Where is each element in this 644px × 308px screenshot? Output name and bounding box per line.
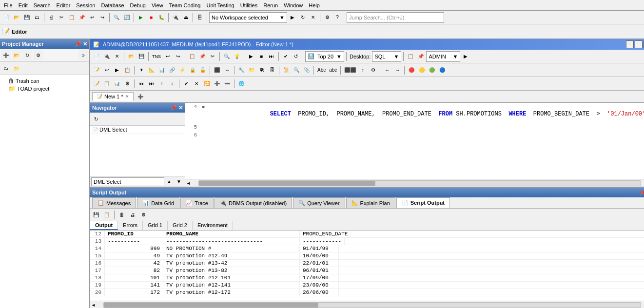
t3-9[interactable]: ✔ xyxy=(181,78,191,89)
stop-button[interactable]: ■ xyxy=(146,12,156,23)
so-save-btn[interactable]: 💾 xyxy=(91,210,101,220)
editor-minimize-button[interactable]: _ xyxy=(626,40,634,48)
find-button[interactable]: 🔍 xyxy=(112,12,121,23)
t2-17[interactable]: 📜 xyxy=(281,65,291,76)
t3-6[interactable]: ⏭ xyxy=(147,78,156,89)
cut-button[interactable]: ✂ xyxy=(57,12,66,23)
sql-tns-btn[interactable]: TNS xyxy=(151,51,162,62)
t2-10[interactable]: 🔓 xyxy=(198,65,208,76)
t2-16[interactable]: 🗄 xyxy=(267,65,277,76)
hscroll-left-btn[interactable]: ◄ xyxy=(185,181,192,186)
t2-24[interactable]: ⚙ xyxy=(368,65,378,76)
t2-29[interactable]: 🟢 xyxy=(427,65,437,76)
menu-utilities[interactable]: Utilities xyxy=(237,1,260,9)
sql-conn-btn[interactable]: 🔌 xyxy=(102,51,112,62)
pm-expand-button[interactable]: » xyxy=(78,50,88,60)
menu-debug[interactable]: Debug xyxy=(127,1,149,9)
t2-15[interactable]: 🛠 xyxy=(257,65,267,76)
sql-cut-btn[interactable]: ✂ xyxy=(208,51,217,62)
undo-button[interactable]: ↩ xyxy=(87,12,97,23)
pm-refresh-button[interactable]: ↻ xyxy=(22,50,32,60)
t2-23[interactable]: ↕ xyxy=(358,65,368,76)
t2-11[interactable]: ⬛ xyxy=(212,65,222,76)
menu-unittesting[interactable]: Unit Testing xyxy=(203,1,237,9)
replace-button[interactable]: 🔄 xyxy=(122,12,132,23)
paste-button[interactable]: 📌 xyxy=(77,12,87,23)
sql-stop-btn[interactable]: ■ xyxy=(256,51,266,62)
menu-window[interactable]: Window xyxy=(281,1,306,9)
pin-icon[interactable]: 📌 xyxy=(75,41,81,47)
tree-item-toad[interactable]: 📁 TOAD project xyxy=(2,85,87,93)
new-button[interactable]: 📄 xyxy=(1,12,11,23)
close-icon[interactable]: ✕ xyxy=(83,41,87,47)
data-hscroll-left[interactable]: ◄ xyxy=(90,303,97,308)
so-tab-messages[interactable]: 📋 Messages xyxy=(92,197,136,208)
so-clear-btn[interactable]: 🗑 xyxy=(117,210,127,220)
t2-30[interactable]: 🔵 xyxy=(437,65,447,76)
so-copy-btn[interactable]: 📋 xyxy=(102,210,112,220)
nav-refresh-btn[interactable]: ↻ xyxy=(91,114,101,124)
pm-folder-button[interactable]: 📂 xyxy=(12,50,21,60)
so-print-btn[interactable]: 🖨 xyxy=(128,210,137,220)
menu-teamcoding[interactable]: Team Coding xyxy=(166,1,204,9)
pm-add-button[interactable]: ➕ xyxy=(1,50,11,60)
t3-4[interactable]: ⚙ xyxy=(122,78,132,89)
menu-search[interactable]: Search xyxy=(31,1,54,9)
pin-icon[interactable]: 📌 xyxy=(640,190,644,196)
menu-file[interactable]: File xyxy=(1,1,16,9)
sql-find-btn[interactable]: 🔍 xyxy=(222,51,232,62)
copy-button[interactable]: 📋 xyxy=(67,12,77,23)
sql-x-btn[interactable]: ✕ xyxy=(112,51,122,62)
t3-2[interactable]: 📋 xyxy=(102,78,112,89)
save-button[interactable]: 💾 xyxy=(22,12,32,23)
hscroll-track[interactable] xyxy=(198,180,641,186)
t2-9[interactable]: 🔒 xyxy=(188,65,197,76)
sql-pin-btn[interactable]: 📌 xyxy=(416,51,426,62)
t2-13[interactable]: 🔧 xyxy=(236,65,246,76)
menu-session[interactable]: Session xyxy=(73,1,98,9)
disconnect-button[interactable]: ⏏ xyxy=(181,12,191,23)
t3-8[interactable]: ↓ xyxy=(167,78,177,89)
so-tab-queryviewer[interactable]: 🔍 Query Viewer xyxy=(293,197,345,208)
close-icon[interactable]: ✕ xyxy=(178,105,183,111)
workspace-clear-button[interactable]: ✕ xyxy=(308,12,318,23)
sql-save-btn[interactable]: 💾 xyxy=(137,51,146,62)
navigator-select-box[interactable]: DML Select xyxy=(91,177,164,186)
sql-new-btn[interactable]: 📄 xyxy=(92,51,101,62)
sql-run-btn[interactable]: ▶ xyxy=(246,51,256,62)
sql-explain-btn[interactable]: 💡 xyxy=(232,51,242,62)
so-subtab-errors[interactable]: Errors xyxy=(118,221,143,230)
so-controls[interactable]: 📌 ✕ xyxy=(640,190,644,196)
t2-1[interactable]: 📝 xyxy=(92,65,101,76)
t3-13[interactable]: ➖ xyxy=(222,78,232,89)
help2-button[interactable]: ? xyxy=(332,12,342,23)
nav-down-btn[interactable]: ▼ xyxy=(174,176,184,187)
data-hscroll-track[interactable] xyxy=(103,302,641,308)
t2-12[interactable]: ↔ xyxy=(222,65,232,76)
connect-button[interactable]: 🔌 xyxy=(171,12,180,23)
menu-editor[interactable]: Editor xyxy=(54,1,74,9)
so-tab-scriptoutput[interactable]: 📄 Script Output xyxy=(396,197,450,208)
t3-14[interactable]: 🌐 xyxy=(236,78,246,89)
t2-6[interactable]: 📊 xyxy=(157,65,167,76)
nav-up-btn[interactable]: ▲ xyxy=(164,176,174,187)
menu-view[interactable]: View xyxy=(149,1,166,9)
editor-tab-new1[interactable]: 📝 New 1 * ✕ xyxy=(92,92,134,101)
schema-button[interactable]: 🗄 xyxy=(195,12,205,23)
new-tab-button[interactable]: ➕ xyxy=(136,91,145,102)
so-tab-trace[interactable]: 📈 Trace xyxy=(180,197,214,208)
navigator-controls[interactable]: 📌 ✕ xyxy=(170,105,183,111)
editor-hscroll[interactable]: ◄ ► xyxy=(185,179,644,187)
t2-19[interactable]: 📎 xyxy=(302,65,312,76)
editor-maximize-button[interactable]: □ xyxy=(635,40,643,48)
t3-5[interactable]: ⏮ xyxy=(137,78,146,89)
sql-rollback-btn[interactable]: ↺ xyxy=(291,51,301,62)
t2-5[interactable]: 📐 xyxy=(147,65,156,76)
sql-copy-btn[interactable]: 📋 xyxy=(187,51,197,62)
so-settings-btn[interactable]: ⚙ xyxy=(138,210,148,220)
t2-8[interactable]: ⚡ xyxy=(177,65,187,76)
so-tab-dbms[interactable]: 🔌 DBMS Output (disabled) xyxy=(215,197,292,208)
save-all-button[interactable]: 🗂 xyxy=(32,12,42,23)
menu-rerun[interactable]: Rerun xyxy=(260,1,281,9)
run-button[interactable]: ▶ xyxy=(136,12,146,23)
